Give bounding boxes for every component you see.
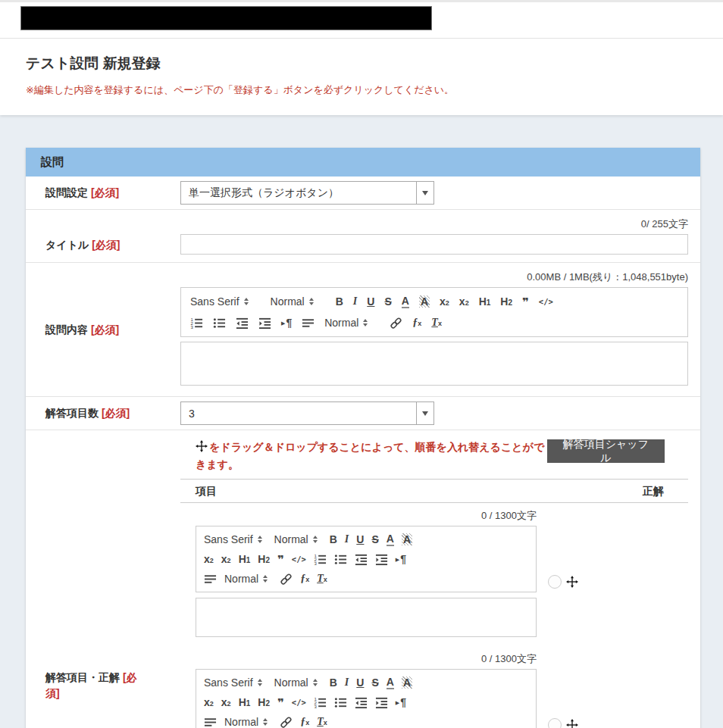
superscript-button[interactable]: x2 (221, 554, 231, 564)
h2-button[interactable]: H2 (258, 697, 270, 708)
line-style-picker[interactable]: Normal (224, 573, 268, 584)
bold-button[interactable]: B (330, 677, 337, 688)
indent-button[interactable] (258, 317, 271, 330)
clean-format-button[interactable]: Tx (317, 573, 327, 584)
redacted-header-content (20, 6, 432, 30)
font-picker[interactable]: Sans Serif (204, 534, 262, 545)
subscript-button[interactable]: x2 (440, 296, 449, 307)
strike-button[interactable]: S (384, 296, 391, 307)
bullet-list-button[interactable] (334, 553, 347, 566)
align-button[interactable] (302, 317, 315, 330)
text-color-button[interactable]: A (402, 295, 409, 308)
h1-button[interactable]: H1 (239, 554, 251, 564)
superscript-button[interactable]: x2 (459, 296, 469, 307)
editor-content[interactable] (196, 598, 537, 637)
header-picker[interactable]: Normal (271, 296, 314, 307)
header-picker[interactable]: Normal (274, 534, 318, 545)
editor-toolbar: Sans SerifNormalBIUSAAx2x2H1H2❞</>123▶¶N… (196, 526, 537, 592)
align-button[interactable] (204, 573, 217, 586)
clean-format-button[interactable]: Tx (431, 317, 442, 328)
answers-label: 解答項目・正解 [必須] (45, 670, 146, 701)
font-picker[interactable]: Sans Serif (204, 677, 262, 688)
italic-button[interactable]: I (345, 677, 349, 688)
picker-arrows-icon (263, 575, 268, 583)
outdent-button[interactable] (355, 696, 368, 709)
underline-button[interactable]: U (356, 534, 364, 545)
drag-hint: をドラッグ＆ドロップすることによって、順番を入れ替えることができます。 (196, 439, 547, 473)
question-type-select[interactable]: 単一選択形式（ラジオボタン） (180, 181, 434, 205)
subscript-button[interactable]: x2 (204, 554, 214, 564)
picker-arrows-icon (313, 536, 318, 543)
h2-button[interactable]: H2 (500, 296, 512, 307)
align-button[interactable] (204, 716, 217, 728)
subscript-button[interactable]: x2 (204, 697, 214, 708)
h1-button[interactable]: H1 (479, 296, 491, 307)
ordered-list-button[interactable]: 123 (190, 317, 203, 330)
picker-arrows-icon (309, 298, 314, 305)
text-color-button[interactable]: A (387, 676, 394, 689)
formula-button[interactable]: ƒx (412, 317, 421, 328)
correct-radio[interactable] (548, 575, 562, 589)
picker-value: Normal (324, 317, 358, 328)
picker-value: Sans Serif (204, 677, 253, 688)
header-picker[interactable]: Normal (274, 677, 318, 688)
formula-button[interactable]: ƒx (300, 573, 309, 584)
indent-button[interactable] (375, 696, 388, 709)
correct-radio[interactable] (548, 718, 562, 728)
editor-toolbar: Sans SerifNormalBIUSAAx2x2H1H2❞</>123▶¶N… (196, 669, 537, 728)
h2-button[interactable]: H2 (258, 554, 270, 564)
chevron-down-icon[interactable] (416, 402, 433, 424)
line-style-picker[interactable]: Normal (224, 717, 268, 727)
italic-button[interactable]: I (353, 296, 357, 307)
blockquote-button[interactable]: ❞ (277, 697, 284, 708)
underline-button[interactable]: U (356, 677, 364, 688)
bullet-list-button[interactable] (213, 317, 226, 330)
background-color-button[interactable]: A (402, 676, 412, 689)
strike-button[interactable]: S (371, 677, 378, 688)
title-input[interactable] (180, 234, 688, 255)
blockquote-button[interactable]: ❞ (522, 296, 529, 308)
answer-count-select[interactable]: 3 (180, 401, 434, 425)
strike-button[interactable]: S (371, 534, 378, 545)
clean-format-button[interactable]: Tx (317, 717, 327, 727)
bold-button[interactable]: B (330, 534, 337, 545)
code-block-button[interactable]: </> (292, 555, 306, 564)
shuffle-answers-button[interactable]: 解答項目シャッフル (547, 439, 665, 463)
chevron-down-icon[interactable] (416, 182, 433, 204)
link-button[interactable] (280, 573, 293, 586)
bullet-list-button[interactable] (334, 696, 347, 709)
ordered-list-button[interactable]: 123 (314, 553, 327, 566)
drag-handle-icon[interactable] (566, 719, 578, 728)
outdent-button[interactable] (236, 317, 249, 330)
page-header: テスト設問 新規登録 ※編集した内容を登録するには、ページ下の「登録する」ボタン… (0, 0, 723, 115)
row-content: 設問内容 [必須] 0.00MB / 1MB(残り：1,048,551byte)… (26, 263, 700, 397)
editor-content[interactable] (180, 342, 688, 386)
link-button[interactable] (390, 317, 402, 330)
column-correct: 正解 (643, 480, 664, 502)
formula-button[interactable]: ƒx (300, 717, 309, 727)
code-block-button[interactable]: </> (539, 298, 553, 306)
drag-handle-icon[interactable] (566, 576, 578, 588)
text-color-button[interactable]: A (387, 533, 394, 546)
picker-value: Normal (271, 296, 305, 307)
direction-button[interactable]: ▶¶ (396, 554, 406, 564)
background-color-button[interactable]: A (402, 533, 412, 545)
background-color-button[interactable]: A (419, 295, 430, 308)
underline-button[interactable]: U (367, 296, 374, 307)
outdent-button[interactable] (355, 553, 368, 566)
indent-button[interactable] (375, 553, 388, 566)
blockquote-button[interactable]: ❞ (277, 554, 284, 565)
ordered-list-button[interactable]: 123 (314, 696, 327, 709)
link-button[interactable] (280, 716, 293, 728)
line-style-picker[interactable]: Normal (324, 317, 368, 328)
h1-button[interactable]: H1 (239, 697, 251, 708)
header-divider (0, 38, 723, 39)
question-type-label: 設問設定 [必須] (45, 185, 180, 200)
italic-button[interactable]: I (345, 534, 349, 545)
direction-button[interactable]: ▶¶ (396, 697, 406, 708)
bold-button[interactable]: B (336, 296, 343, 307)
superscript-button[interactable]: x2 (221, 697, 231, 708)
direction-button[interactable]: ▶¶ (281, 317, 292, 328)
code-block-button[interactable]: </> (292, 698, 306, 707)
font-picker[interactable]: Sans Serif (190, 296, 249, 307)
